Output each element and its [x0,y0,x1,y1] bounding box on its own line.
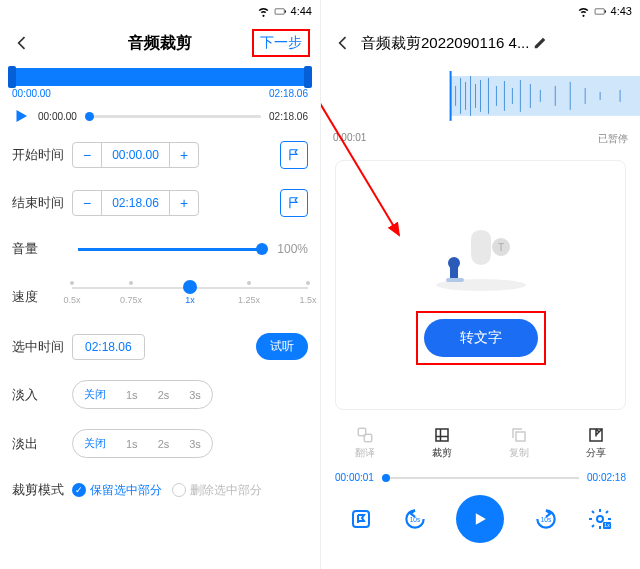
row-speed: 速度 0.5x 0.75x 1x 1.25x 1.5x [0,271,320,323]
mode-label: 裁剪模式 [12,481,72,499]
end-value[interactable]: 02:18.06 [101,191,170,215]
play-end: 02:18.06 [269,111,308,122]
copy-icon [510,426,528,444]
trim-handle-left[interactable] [8,66,16,88]
svg-rect-29 [450,267,458,279]
svg-rect-4 [451,76,640,116]
fadeout-3s[interactable]: 3s [181,435,209,453]
end-minus[interactable]: − [73,191,101,215]
forward-10s-button[interactable]: 10s [533,506,559,532]
header: 音频裁剪 下一步 [0,22,320,64]
flag-icon [287,196,301,210]
volume-slider[interactable] [78,248,263,251]
tab-copy[interactable]: 复制 [509,426,529,460]
battery-icon [274,5,287,18]
end-plus[interactable]: + [170,191,198,215]
fadein-off[interactable]: 关闭 [76,384,114,405]
svg-text:1x: 1x [604,522,610,528]
trim-time-row: 00:00.00 02:18.06 [0,86,320,101]
row-start-time: 开始时间 − 00:00.00 + [0,131,320,179]
translate-icon [356,426,374,444]
row-end-time: 结束时间 − 02:18.06 + [0,179,320,227]
wifi-icon [257,5,270,18]
preview-button[interactable]: 试听 [256,333,308,360]
end-flag-button[interactable] [280,189,308,217]
back-icon[interactable] [333,33,353,53]
play-button[interactable] [456,495,504,543]
speed-slider[interactable]: 0.5x 0.75x 1x 1.25x 1.5x [72,281,308,313]
bb-end: 00:02:18 [587,472,626,483]
fadein-3s[interactable]: 3s [181,386,209,404]
svg-text:T: T [497,242,503,253]
speed-knob[interactable] [183,280,197,294]
mode-delete-radio[interactable]: 删除选中部分 [172,482,262,499]
convert-highlight: 转文字 [416,311,546,365]
convert-button[interactable]: 转文字 [424,319,538,357]
trim-icon [433,426,451,444]
flag-icon [287,148,301,162]
next-button[interactable]: 下一步 [252,29,310,57]
fadein-1s[interactable]: 1s [118,386,146,404]
play-state: 已暂停 [598,132,628,146]
svg-text:10s: 10s [541,516,552,523]
end-stepper: − 02:18.06 + [72,190,199,216]
svg-point-39 [597,516,603,522]
bb-start: 00:00:01 [335,472,374,483]
tab-share[interactable]: 分享 [586,426,606,460]
progress-bar: 00:00:01 00:02:18 [321,468,640,487]
tab-translate[interactable]: 翻译 [355,426,375,460]
back-icon[interactable] [12,33,32,53]
illustration: T [426,205,536,295]
start-value[interactable]: 00:00.00 [101,143,170,167]
svg-rect-33 [436,429,448,441]
trim-range-bar[interactable] [10,68,310,86]
mode-keep-radio[interactable]: ✓ 保留选中部分 [72,482,162,499]
volume-knob[interactable] [256,243,268,255]
file-title: 音频裁剪2022090116 4... [361,34,529,53]
svg-rect-36 [353,511,369,527]
bb-slider[interactable] [382,477,579,479]
start-flag-button[interactable] [280,141,308,169]
start-plus[interactable]: + [170,143,198,167]
wifi-icon [577,5,590,18]
trim-handle-right[interactable] [304,66,312,88]
svg-rect-0 [275,8,284,13]
play-start: 00:00.00 [38,111,77,122]
check-icon: ✓ [72,483,86,497]
fadeout-off[interactable]: 关闭 [76,433,114,454]
row-mode: 裁剪模式 ✓ 保留选中部分 删除选中部分 [0,468,320,512]
page-title: 音频裁剪 [128,33,192,54]
status-time: 4:44 [291,5,312,17]
svg-rect-30 [446,278,464,282]
share-icon [587,426,605,444]
svg-rect-1 [284,10,285,12]
fadein-options: 关闭 1s 2s 3s [72,380,213,409]
player-controls: 10s 10s 1x [321,487,640,551]
fadeout-options: 关闭 1s 2s 3s [72,429,213,458]
end-label: 结束时间 [12,194,72,212]
selected-label: 选中时间 [12,338,72,356]
fadein-2s[interactable]: 2s [150,386,178,404]
start-minus[interactable]: − [73,143,101,167]
play-icon[interactable] [12,107,30,125]
action-tabs: 翻译 裁剪 复制 分享 [321,418,640,468]
edit-icon[interactable] [533,36,547,50]
rewind-10s-button[interactable]: 10s [402,506,428,532]
volume-label: 音量 [12,240,72,258]
statusbar: 4:43 [321,0,640,22]
battery-icon [594,5,607,18]
tab-trim[interactable]: 裁剪 [432,426,452,460]
radio-off-icon [172,483,186,497]
fadeout-2s[interactable]: 2s [150,435,178,453]
settings-button[interactable]: 1x [588,507,612,531]
selected-value[interactable]: 02:18.06 [72,334,145,360]
flag-button[interactable] [349,507,373,531]
range-end: 02:18.06 [269,88,308,99]
start-stepper: − 00:00.00 + [72,142,199,168]
play-progress[interactable] [85,115,261,118]
fadeout-1s[interactable]: 1s [118,435,146,453]
svg-rect-3 [604,10,605,12]
volume-value: 100% [277,242,308,256]
row-fadein: 淡入 关闭 1s 2s 3s [0,370,320,419]
play-icon [470,509,490,529]
